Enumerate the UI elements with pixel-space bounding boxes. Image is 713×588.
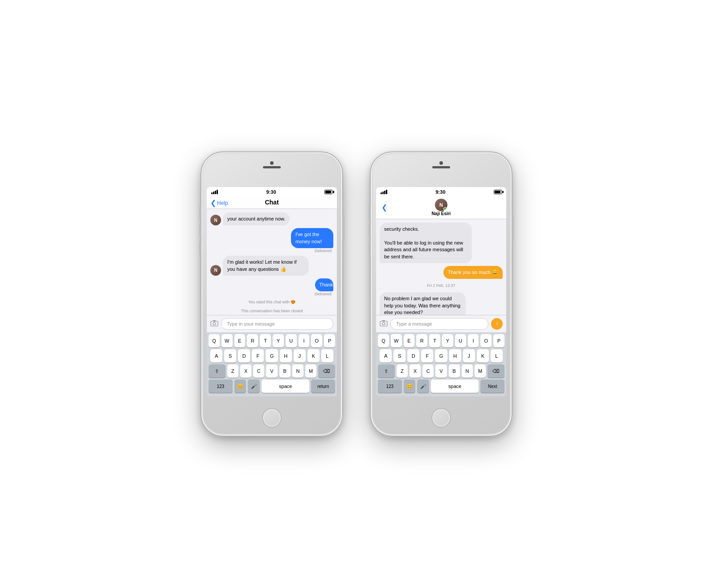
key-c2[interactable]: C xyxy=(422,364,434,378)
key-x[interactable]: X xyxy=(240,364,251,378)
status-right-1 xyxy=(324,190,332,194)
key-return-1[interactable]: return xyxy=(311,380,335,393)
key-u[interactable]: U xyxy=(286,334,297,347)
svg-rect-2 xyxy=(213,320,216,322)
key-q[interactable]: Q xyxy=(209,334,220,347)
delete-key-1[interactable]: ⌫ xyxy=(318,364,335,378)
bar3 xyxy=(215,191,216,194)
avatar-img-2: N xyxy=(210,265,221,276)
message-input-1[interactable]: Type in your message xyxy=(221,318,333,330)
key-mic-1[interactable]: 🎤 xyxy=(248,380,260,393)
key-t[interactable]: T xyxy=(260,334,271,347)
key-y2[interactable]: Y xyxy=(442,334,453,347)
bubble-sent-1: I've got the money now! xyxy=(291,228,333,248)
key-i2[interactable]: I xyxy=(468,334,479,347)
key-b[interactable]: B xyxy=(279,364,291,378)
speaker-2 xyxy=(432,166,450,168)
key-123-1[interactable]: 123 xyxy=(209,380,233,393)
key-w[interactable]: W xyxy=(221,334,233,347)
status-right-2 xyxy=(494,190,502,194)
key-space-2[interactable]: space xyxy=(431,380,479,393)
key-c[interactable]: C xyxy=(253,364,264,378)
key-l2[interactable]: L xyxy=(491,349,503,363)
key-d2[interactable]: D xyxy=(407,349,419,363)
key-y[interactable]: Y xyxy=(273,334,284,347)
delete-key-2[interactable]: ⌫ xyxy=(488,364,504,378)
key-a[interactable]: A xyxy=(210,349,222,363)
key-s2[interactable]: S xyxy=(393,349,406,363)
status-time-2: 9:30 xyxy=(435,189,445,195)
key-p2[interactable]: P xyxy=(493,334,504,347)
signal-bars-2 xyxy=(381,190,387,194)
key-z[interactable]: Z xyxy=(227,364,238,378)
battery-icon-1 xyxy=(324,190,332,194)
key-l[interactable]: L xyxy=(321,349,333,363)
key-u2[interactable]: U xyxy=(455,334,466,347)
key-e2[interactable]: E xyxy=(404,334,415,347)
svg-rect-5 xyxy=(382,320,385,322)
key-m2[interactable]: M xyxy=(475,364,486,378)
key-x2[interactable]: X xyxy=(410,364,421,378)
key-j[interactable]: J xyxy=(294,349,306,363)
key-d[interactable]: D xyxy=(238,349,250,363)
nav-bar-1: ❮ Help Chat xyxy=(207,197,337,209)
key-e[interactable]: E xyxy=(234,334,246,347)
key-p[interactable]: P xyxy=(324,334,335,347)
key-h[interactable]: H xyxy=(280,349,292,363)
nav-back-1[interactable]: ❮ Help xyxy=(210,199,228,207)
key-r[interactable]: R xyxy=(247,334,258,347)
key-next-2[interactable]: Next xyxy=(480,380,504,393)
shift-key-1[interactable]: ⇧ xyxy=(209,364,225,378)
key-k2[interactable]: K xyxy=(477,349,489,363)
svg-point-4 xyxy=(382,322,385,325)
key-123-2[interactable]: 123 xyxy=(378,380,402,393)
message-input-2[interactable]: Type a message xyxy=(390,318,488,330)
key-b2[interactable]: B xyxy=(449,364,460,378)
key-h2[interactable]: H xyxy=(449,349,461,363)
system-msg-2: This conversation has been closed xyxy=(210,308,333,314)
key-v2[interactable]: V xyxy=(435,364,447,378)
key-i[interactable]: I xyxy=(299,334,310,347)
key-f2[interactable]: F xyxy=(421,349,433,363)
key-w2[interactable]: W xyxy=(391,334,402,347)
key-m[interactable]: M xyxy=(305,364,316,378)
key-v[interactable]: V xyxy=(266,364,277,378)
key-r2[interactable]: R xyxy=(416,334,427,347)
key-t2[interactable]: T xyxy=(429,334,440,347)
key-o[interactable]: O xyxy=(311,334,322,347)
shift-key-2[interactable]: ⇧ xyxy=(378,364,395,378)
key-g2[interactable]: G xyxy=(435,349,447,363)
key-mic-2[interactable]: 🎤 xyxy=(417,380,429,393)
bar3b xyxy=(384,191,385,194)
send-button-2[interactable]: ↑ xyxy=(491,318,503,330)
camera-icon-2[interactable] xyxy=(380,320,388,328)
chat-area-1: N your account anytime now. I've got the… xyxy=(207,209,337,315)
delivered-2: Delivered xyxy=(315,292,333,296)
keyboard-2: Q W E R T Y U I O P A S D F G H J K L xyxy=(376,332,506,396)
avatar-received-1: N xyxy=(210,215,221,225)
key-n[interactable]: N xyxy=(292,364,303,378)
key-s[interactable]: S xyxy=(224,349,236,363)
bubble-partial-2: security checks. You'll be able to log i… xyxy=(380,223,472,263)
key-a2[interactable]: A xyxy=(380,349,392,363)
key-q2[interactable]: Q xyxy=(378,334,389,347)
chat-area-2: security checks. You'll be able to log i… xyxy=(376,219,506,315)
key-f[interactable]: F xyxy=(252,349,264,363)
nav-back-2[interactable]: ❮ xyxy=(381,203,387,212)
home-button-1[interactable] xyxy=(262,408,282,428)
key-n2[interactable]: N xyxy=(462,364,473,378)
key-g[interactable]: G xyxy=(266,349,278,363)
key-z2[interactable]: Z xyxy=(397,364,408,378)
key-space-1[interactable]: space xyxy=(262,380,309,393)
key-emoji-1[interactable]: 😊 xyxy=(234,380,246,393)
battery-icon-2 xyxy=(494,190,502,194)
camera-icon-1[interactable] xyxy=(210,320,218,328)
key-row-1: Q W E R T Y U I O P xyxy=(207,332,337,347)
msg-group-sent-1: I've got the money now! Delivered xyxy=(210,228,333,253)
key-o2[interactable]: O xyxy=(480,334,492,347)
signal-bars-1 xyxy=(211,190,218,194)
key-emoji-2[interactable]: 😊 xyxy=(404,380,416,393)
home-button-2[interactable] xyxy=(431,408,451,428)
key-k[interactable]: K xyxy=(307,349,320,363)
key-j2[interactable]: J xyxy=(463,349,475,363)
